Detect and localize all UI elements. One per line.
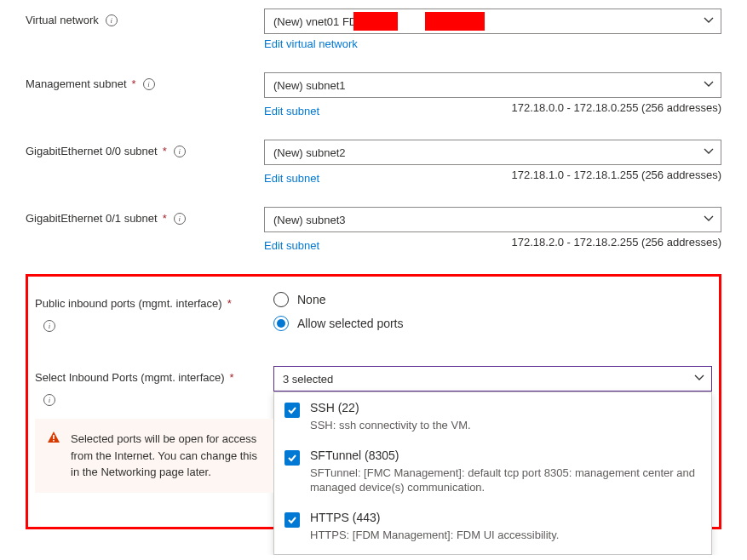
radio-option-none[interactable]: None — [273, 292, 712, 307]
info-icon[interactable]: i — [43, 394, 55, 406]
warning-banner: Selected ports will be open for access f… — [35, 419, 273, 493]
chevron-down-icon — [704, 79, 714, 92]
vnet-select[interactable]: (New) vnet01 FDM — [264, 9, 721, 34]
select-inbound-dropdown[interactable]: 3 selected — [273, 366, 712, 391]
ge00-subnet-addr: 172.18.1.0 - 172.18.1.255 (256 addresses… — [512, 169, 721, 185]
mgmt-subnet-select[interactable]: (New) subnet1 — [264, 72, 721, 98]
chevron-down-icon — [694, 373, 704, 386]
mgmt-subnet-value: (New) subnet1 — [273, 79, 346, 92]
vnet-value: (New) vnet01 FDM — [273, 15, 366, 28]
label-ge00-subnet: GigabitEthernet 0/0 subnet — [26, 145, 158, 157]
ge01-subnet-value: (New) subnet3 — [273, 214, 346, 226]
option-desc: SFTunnel: [FMC Management]: default tcp … — [310, 466, 701, 495]
option-title: SFTunnel (8305) — [310, 449, 701, 462]
radio-label-allow: Allow selected ports — [297, 317, 404, 330]
required-asterisk: * — [230, 371, 234, 384]
inbound-ports-dropdown-panel: SSH (22) SSH: ssh connectivity to the VM… — [273, 391, 712, 555]
radio-icon — [273, 292, 289, 307]
warning-icon — [47, 431, 60, 449]
label-select-inbound: Select Inbound Ports (mgmt. interface) — [35, 371, 225, 384]
edit-ge00-subnet-link[interactable]: Edit subnet — [264, 172, 319, 185]
label-public-inbound: Public inbound ports (mgmt. interface) — [35, 297, 222, 310]
inbound-ports-section: Public inbound ports (mgmt. interface) *… — [26, 274, 721, 529]
edit-ge01-subnet-link[interactable]: Edit subnet — [264, 239, 319, 252]
option-title: SSH (22) — [310, 401, 471, 414]
chevron-down-icon — [704, 15, 714, 28]
info-icon[interactable]: i — [43, 320, 55, 332]
radio-icon-selected — [273, 316, 289, 331]
option-desc: SSH: ssh connectivity to the VM. — [310, 418, 471, 433]
required-asterisk: * — [227, 297, 232, 310]
option-desc: HTTPS: [FDM Management]: FDM UI accessib… — [310, 528, 559, 543]
required-asterisk: * — [132, 77, 136, 90]
svg-rect-0 — [53, 435, 55, 439]
required-asterisk: * — [163, 145, 167, 157]
checkbox-checked-icon — [284, 403, 300, 418]
ge01-subnet-addr: 172.18.2.0 - 172.18.2.255 (256 addresses… — [512, 236, 721, 252]
label-mgmt-subnet: Management subnet — [26, 77, 127, 90]
dropdown-option-https[interactable]: HTTPS (443) HTTPS: [FDM Management]: FDM… — [284, 511, 701, 543]
checkbox-checked-icon — [284, 512, 300, 528]
dropdown-option-sftunnel[interactable]: SFTunnel (8305) SFTunnel: [FMC Managemen… — [284, 449, 701, 495]
edit-mgmt-subnet-link[interactable]: Edit subnet — [264, 105, 319, 117]
select-inbound-summary: 3 selected — [283, 373, 333, 386]
ge00-subnet-value: (New) subnet2 — [273, 146, 346, 159]
option-title: HTTPS (443) — [310, 511, 559, 524]
radio-label-none: None — [297, 293, 325, 306]
dropdown-option-ssh[interactable]: SSH (22) SSH: ssh connectivity to the VM… — [284, 401, 701, 433]
required-asterisk: * — [163, 212, 167, 225]
info-icon[interactable]: i — [106, 14, 118, 26]
svg-rect-1 — [53, 440, 55, 442]
ge00-subnet-select[interactable]: (New) subnet2 — [264, 140, 721, 165]
ge01-subnet-select[interactable]: (New) subnet3 — [264, 207, 721, 232]
label-vnet: Virtual network — [26, 14, 99, 26]
checkbox-checked-icon — [284, 450, 300, 466]
radio-option-allow[interactable]: Allow selected ports — [273, 316, 712, 331]
info-icon[interactable]: i — [174, 146, 186, 157]
public-inbound-radio-group: None Allow selected ports — [273, 292, 712, 331]
mgmt-subnet-addr: 172.18.0.0 - 172.18.0.255 (256 addresses… — [512, 101, 721, 117]
info-icon[interactable]: i — [174, 213, 186, 225]
chevron-down-icon — [704, 146, 714, 159]
chevron-down-icon — [704, 214, 714, 226]
edit-vnet-link[interactable]: Edit virtual network — [264, 37, 358, 50]
info-icon[interactable]: i — [143, 78, 155, 90]
label-ge01-subnet: GigabitEthernet 0/1 subnet — [26, 212, 158, 225]
warning-text: Selected ports will be open for access f… — [71, 432, 257, 478]
